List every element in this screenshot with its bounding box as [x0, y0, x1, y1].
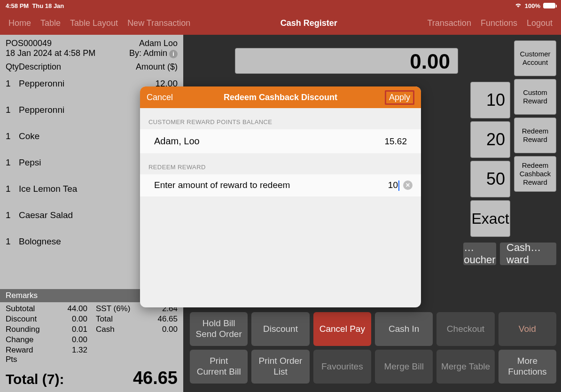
redeem-section-label: REDEEM REWARD — [140, 153, 421, 174]
modal-apply-button[interactable]: Apply — [389, 93, 410, 102]
redeem-amount-row[interactable]: Enter amount of reward to redeem 10 ✕ — [140, 174, 421, 196]
modal-backdrop: Cancel Redeem Cashback Discount Apply CU… — [0, 0, 561, 392]
clear-input-icon[interactable]: ✕ — [403, 180, 413, 190]
customer-balance-row: Adam, Loo 15.62 — [140, 129, 421, 153]
modal-title: Redeem Cashback Discount — [140, 93, 421, 102]
redeem-placeholder: Enter amount of reward to redeem — [154, 180, 388, 190]
modal-apply-highlight: Apply — [385, 90, 414, 105]
balance-section-label: CUSTOMER REWARD POINTS BALANCE — [140, 108, 421, 129]
modal-cancel-button[interactable]: Cancel — [147, 93, 173, 102]
customer-name: Adam, Loo — [154, 136, 200, 147]
text-cursor — [398, 180, 399, 191]
redeem-amount-input[interactable]: 10 — [388, 180, 400, 191]
points-balance: 15.62 — [384, 136, 407, 147]
redeem-cashback-modal: Cancel Redeem Cashback Discount Apply CU… — [140, 86, 421, 307]
